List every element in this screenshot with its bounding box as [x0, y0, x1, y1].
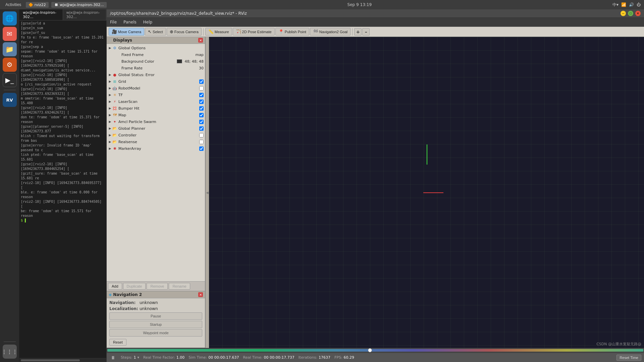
expand-map[interactable]: ▶ — [108, 113, 112, 117]
log-line: [gzse][planner_server-5] [INFO] [1694236… — [21, 124, 105, 134]
nav2-goal-button[interactable]: 🏁 Navigation2 Goal — [310, 28, 351, 36]
tree-fixed-frame: Fixed Frame map — [107, 51, 205, 58]
global-planner-checkbox[interactable] — [199, 126, 204, 131]
pose-estimate-button[interactable]: 🏹 2D Pose Estimate — [233, 28, 275, 36]
tree-bg-color: Background Color 48; 48; 48 — [107, 58, 205, 65]
grid-checkbox[interactable] — [199, 79, 204, 84]
reset-time-button[interactable]: Reset Time — [616, 355, 641, 361]
frame-rate-value[interactable]: 30 — [198, 66, 204, 70]
displays-panel-title: ◈ Displays — [109, 38, 132, 43]
taskbar-terminal[interactable]: 🔲 wjx@wjx-Inspiron-302... — [51, 2, 107, 8]
terminal-tab-1[interactable]: wjx@wjx-Inspiron-302... — [19, 9, 63, 20]
3d-viewport[interactable]: CSDN @山重水复疑无路@ — [209, 37, 644, 348]
taskbar-app[interactable]: 🔶 rviz22 — [26, 2, 48, 8]
dock-apps[interactable]: ⋮⋮⋮ — [3, 345, 17, 359]
pause-button[interactable]: Pause — [109, 312, 202, 320]
log-line: blish : Timed out waiting for transform … — [21, 134, 105, 143]
measure-button[interactable]: 📏 Measure — [205, 28, 232, 36]
expand-marker-array[interactable]: ▶ — [108, 146, 112, 150]
tree-laser-scan[interactable]: ▶ ⚡ LaserScan — [107, 98, 205, 105]
reset-button[interactable]: Reset — [109, 339, 126, 346]
timeline-thumb[interactable] — [368, 348, 372, 352]
displays-tree[interactable]: ▶ ⚙ Global Options Fixed Frame map — [107, 44, 205, 281]
focus-camera-button[interactable]: ⊕ Focus Camera — [167, 28, 202, 36]
robot-model-checkbox[interactable] — [199, 86, 204, 90]
dock-terminal[interactable]: ▶_ — [3, 73, 17, 87]
tree-tf[interactable]: ▶ ✳ TF — [107, 92, 205, 98]
menu-file[interactable]: File — [107, 18, 120, 26]
bg-color-swatch[interactable] — [177, 59, 182, 63]
tree-bumper-hit[interactable]: ▶ 💢 Bumper Hit — [107, 105, 205, 112]
dock-rviz[interactable]: RV — [3, 93, 17, 107]
duplicate-display-button[interactable]: Duplicate — [123, 283, 146, 290]
rtf-label: Real Time Factor: — [143, 355, 175, 360]
bumper-hit-checkbox[interactable] — [199, 106, 204, 111]
log-line: [gzse][rviz2-10] [INFO] [1694236773.8844… — [21, 162, 105, 171]
add-display-button[interactable]: Add — [108, 283, 122, 290]
tree-map[interactable]: ▶ 🗺 Map — [107, 112, 205, 118]
expand-realsense[interactable]: ▶ — [108, 140, 112, 144]
dock-mail[interactable]: ✉ — [3, 27, 17, 41]
controller-checkbox[interactable] — [199, 133, 204, 137]
input-method-indicator[interactable]: 中▾ — [612, 2, 619, 8]
expand-global-status[interactable]: ▶ — [108, 73, 112, 77]
terminal-body[interactable]: [gzse]orld a [gzse]n_sum [gzse]urf_su fo… — [19, 20, 106, 358]
remove-display-button[interactable]: Remove — [147, 283, 168, 290]
marker-array-checkbox[interactable] — [199, 146, 204, 151]
menu-panels[interactable]: Panels — [120, 18, 140, 26]
tree-controller[interactable]: ▶ 📂 Controller — [107, 132, 205, 138]
move-camera-button[interactable]: 🎥 Move Camera — [109, 28, 144, 36]
nav2-localization-row: Localization: unknown — [109, 306, 202, 311]
dock-browser[interactable]: 🌐 — [3, 11, 17, 25]
system-datetime: Sep 9 13:19 — [347, 2, 372, 7]
dock-files[interactable]: 📁 — [3, 42, 17, 56]
terminal-scrollbar[interactable] — [21, 359, 80, 361]
expand-laser-scan[interactable]: ▶ — [108, 100, 112, 104]
expand-global-planner[interactable]: ▶ — [108, 126, 112, 130]
tree-global-options[interactable]: ▶ ⚙ Global Options — [107, 45, 205, 51]
pause-play-button[interactable]: ⏸ — [109, 355, 117, 360]
expand-tf[interactable]: ▶ — [108, 93, 112, 97]
nav2-panel-close[interactable]: ✕ — [198, 292, 203, 297]
select-button[interactable]: ↖ Select — [145, 28, 166, 36]
bg-color-label: Background Color — [121, 59, 175, 64]
realsense-checkbox[interactable] — [199, 140, 204, 144]
waypoint-mode-button[interactable]: Waypoint mode — [109, 329, 202, 337]
laser-scan-checkbox[interactable] — [199, 100, 204, 104]
activities-button[interactable]: Activities — [3, 2, 23, 8]
map-checkbox[interactable] — [199, 113, 204, 117]
close-button[interactable]: ✕ — [635, 11, 641, 16]
laser-scan-icon: ⚡ — [112, 99, 117, 104]
timeline-track[interactable] — [107, 349, 643, 352]
zoom-in-button[interactable]: + — [354, 28, 362, 36]
expand-controller[interactable]: ▶ — [108, 133, 112, 137]
menu-help[interactable]: Help — [140, 18, 156, 26]
rename-display-button[interactable]: Rename — [169, 283, 190, 290]
tree-amcl[interactable]: ▶ ✦ Amcl Particle Swarm — [107, 118, 205, 125]
terminal-tab-2[interactable]: wjx@wjx-Inspiron-302... — [63, 9, 107, 20]
tf-checkbox[interactable] — [199, 93, 204, 97]
tree-marker-array[interactable]: ▶ ✺ MarkerArray — [107, 145, 205, 152]
expand-robot-model[interactable]: ▶ — [108, 86, 112, 90]
tree-robot-model[interactable]: ▶ 🤖 RobotModel — [107, 85, 205, 92]
maximize-button[interactable]: □ — [628, 11, 633, 16]
expand-global-options[interactable]: ▶ — [108, 46, 112, 50]
amcl-checkbox[interactable] — [199, 120, 204, 124]
dock-gazebo[interactable]: ⚙ — [3, 58, 17, 72]
tree-global-status[interactable]: ▶ ● Global Status: Error — [107, 71, 205, 78]
displays-panel-close[interactable]: ✕ — [198, 38, 203, 43]
startup-button[interactable]: Startup — [109, 321, 202, 328]
tree-global-planner[interactable]: ▶ 📂 Global Planner — [107, 125, 205, 132]
tree-realsense[interactable]: ▶ 📂 Realsense — [107, 138, 205, 145]
expand-amcl[interactable]: ▶ — [108, 120, 112, 124]
expand-grid[interactable]: ▶ — [108, 79, 112, 83]
zoom-out-button[interactable]: – — [362, 28, 370, 36]
tree-grid[interactable]: ▶ ⊞ Grid — [107, 78, 205, 85]
focus-camera-label: Focus Camera — [174, 30, 199, 34]
minimize-button[interactable]: ─ — [621, 11, 626, 16]
publish-point-button[interactable]: 📍 Publish Point — [275, 28, 309, 36]
panel-collapse-handle[interactable]: ◀ — [206, 37, 209, 348]
steps-dropdown[interactable]: ▾ — [137, 355, 139, 360]
fixed-frame-value[interactable]: map — [194, 53, 204, 57]
expand-bumper-hit[interactable]: ▶ — [108, 106, 112, 110]
